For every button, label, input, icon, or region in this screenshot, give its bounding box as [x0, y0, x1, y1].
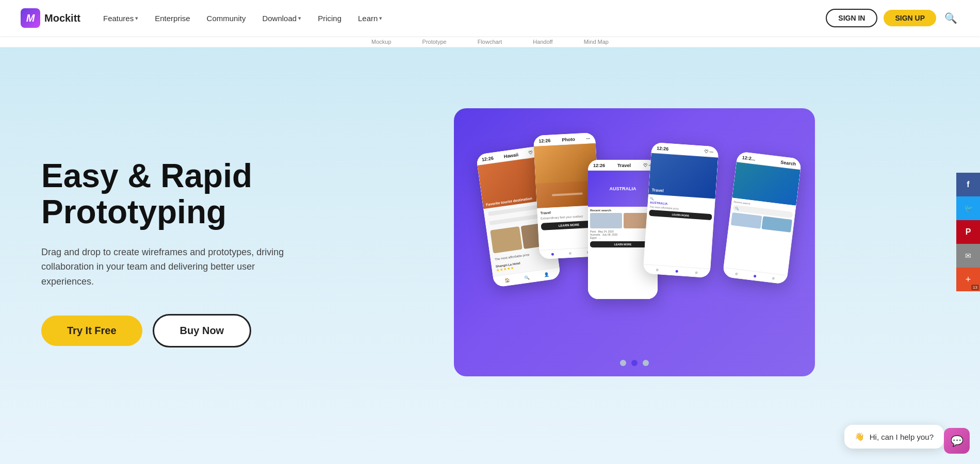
chevron-down-icon: ▾ — [298, 15, 301, 22]
plus-icon: + — [966, 274, 971, 285]
signup-button[interactable]: SIGN UP — [884, 10, 936, 26]
phone-mockup-australia: 12:26 ♡ ··· Travel 🔍 AUSTRALIA The most … — [643, 142, 718, 278]
logo-link[interactable]: M Mockitt — [21, 8, 80, 28]
user-icon: 👤 — [544, 272, 549, 277]
hero-description: Drag and drop to create wireframes and p… — [41, 245, 289, 289]
facebook-share-button[interactable]: f — [956, 173, 980, 196]
hero-content: Easy & Rapid Prototyping Drag and drop t… — [41, 137, 330, 347]
wave-emoji: 👋 — [855, 432, 864, 441]
chat-bubble: 👋 Hi, can I help you? — [844, 425, 944, 449]
twitter-share-button[interactable]: 🐦 — [956, 196, 980, 220]
secondary-navbar: Mockup Prototype Flowchart Handoff Mind … — [0, 36, 980, 47]
sec-nav-handoff[interactable]: Handoff — [533, 39, 552, 45]
sec-nav-prototype[interactable]: Prototype — [422, 39, 447, 45]
carousel-dots — [620, 360, 649, 366]
email-icon: ✉ — [965, 252, 971, 260]
chat-open-button[interactable]: 💬 — [944, 428, 970, 454]
nav-item-features[interactable]: Features ▾ — [96, 10, 145, 27]
more-share-button[interactable]: + 13 — [956, 268, 980, 291]
chevron-down-icon: ▾ — [379, 15, 382, 22]
phone-title: Travel — [617, 163, 631, 168]
hero-buttons: Try It Free Buy Now — [41, 314, 330, 347]
nav-actions: SIGN IN SIGN UP 🔍 — [826, 9, 959, 27]
logo-icon: M — [21, 8, 40, 28]
nav-item-community[interactable]: Community — [200, 10, 253, 27]
twitter-icon: 🐦 — [964, 204, 973, 212]
navbar: M Mockitt Features ▾ Enterprise Communit… — [0, 0, 980, 36]
hero-title: Easy & Rapid Prototyping — [41, 158, 330, 230]
phone-title: Photo — [562, 137, 575, 142]
sec-nav-mindmap[interactable]: Mind Map — [584, 39, 609, 45]
hero-section: Easy & Rapid Prototyping Drag and drop t… — [0, 0, 980, 464]
pinterest-share-button[interactable]: P — [956, 220, 980, 244]
phone-mockup-search: 12:2... Search Recent search 🔍 — [723, 151, 802, 284]
logo-name: Mockitt — [44, 12, 80, 24]
try-free-button[interactable]: Try It Free — [41, 316, 142, 346]
carousel-dot-2[interactable] — [631, 360, 638, 366]
search-icon: 🔍 — [524, 275, 530, 280]
email-share-button[interactable]: ✉ — [956, 244, 980, 268]
mockup-container: 12:26 Hawaii ♡ ··· Favorite tourist dest… — [454, 108, 815, 376]
facebook-icon: f — [967, 180, 969, 189]
buy-now-button[interactable]: Buy Now — [153, 314, 252, 347]
signin-button[interactable]: SIGN IN — [826, 9, 877, 27]
pinterest-icon: P — [966, 227, 971, 237]
phone-title: Search — [780, 160, 796, 167]
carousel-dot-3[interactable] — [643, 360, 649, 366]
search-button[interactable]: 🔍 — [942, 10, 959, 26]
social-sidebar: f 🐦 P ✉ + 13 — [956, 173, 980, 291]
chevron-down-icon: ▾ — [135, 15, 138, 22]
nav-links: Features ▾ Enterprise Community Download… — [96, 10, 826, 27]
share-count: 13 — [971, 285, 979, 290]
search-icon: 🔍 — [944, 12, 957, 24]
sec-nav-flowchart[interactable]: Flowchart — [478, 39, 502, 45]
sec-nav-mockup[interactable]: Mockup — [371, 39, 391, 45]
nav-item-pricing[interactable]: Pricing — [311, 10, 349, 27]
nav-item-learn[interactable]: Learn ▾ — [351, 10, 389, 27]
carousel-dot-1[interactable] — [620, 360, 626, 366]
phone-title: Hawaii — [503, 152, 519, 159]
nav-item-download[interactable]: Download ▾ — [255, 10, 308, 27]
nav-item-enterprise[interactable]: Enterprise — [148, 10, 197, 27]
home-icon: 🏠 — [504, 277, 510, 283]
hero-image-area: 12:26 Hawaii ♡ ··· Favorite tourist dest… — [330, 108, 939, 376]
chat-message: Hi, can I help you? — [870, 433, 934, 441]
chat-icon: 💬 — [951, 435, 963, 447]
